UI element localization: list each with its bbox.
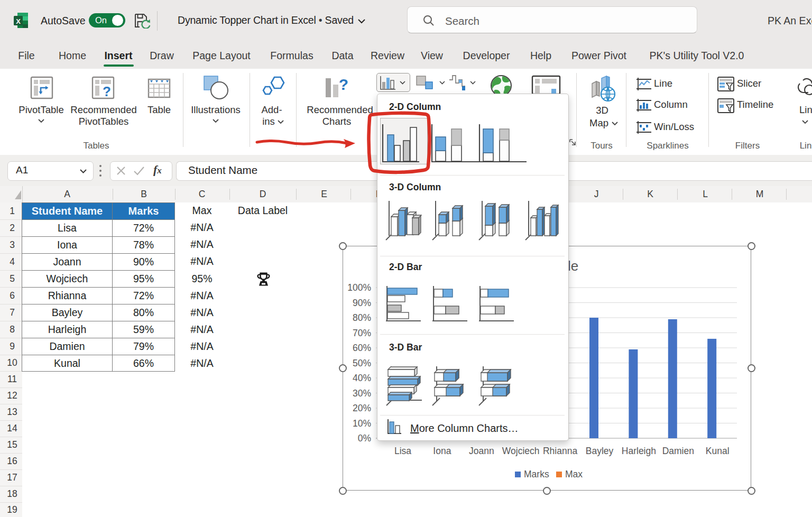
- svg-text:Damien: Damien: [662, 446, 694, 456]
- svg-text:10%: 10%: [353, 418, 371, 429]
- svg-text:0%: 0%: [358, 433, 371, 444]
- svg-text:?: ?: [339, 76, 348, 93]
- svg-text:Rhianna: Rhianna: [543, 446, 577, 456]
- svg-text:Marks: Marks: [524, 469, 549, 479]
- svg-text:Kunal: Kunal: [706, 446, 730, 456]
- svg-text:Bayley: Bayley: [586, 446, 614, 456]
- svg-text:30%: 30%: [353, 388, 371, 399]
- svg-text:Lisa: Lisa: [394, 446, 411, 456]
- svg-text:80%: 80%: [353, 312, 371, 323]
- svg-text:50%: 50%: [353, 358, 371, 368]
- svg-text:Wojciech: Wojciech: [502, 446, 540, 456]
- svg-text:Iona: Iona: [433, 446, 451, 456]
- svg-text:60%: 60%: [353, 343, 371, 353]
- svg-text:X: X: [16, 17, 21, 25]
- svg-text:100%: 100%: [347, 282, 371, 293]
- svg-text:Joann: Joann: [469, 446, 494, 456]
- svg-text:Max: Max: [565, 469, 583, 479]
- svg-text:90%: 90%: [353, 298, 371, 308]
- svg-text:70%: 70%: [353, 328, 371, 338]
- svg-text:20%: 20%: [353, 403, 371, 413]
- svg-text:?: ?: [103, 84, 111, 99]
- svg-text:Harleigh: Harleigh: [622, 446, 656, 456]
- svg-text:40%: 40%: [353, 373, 371, 383]
